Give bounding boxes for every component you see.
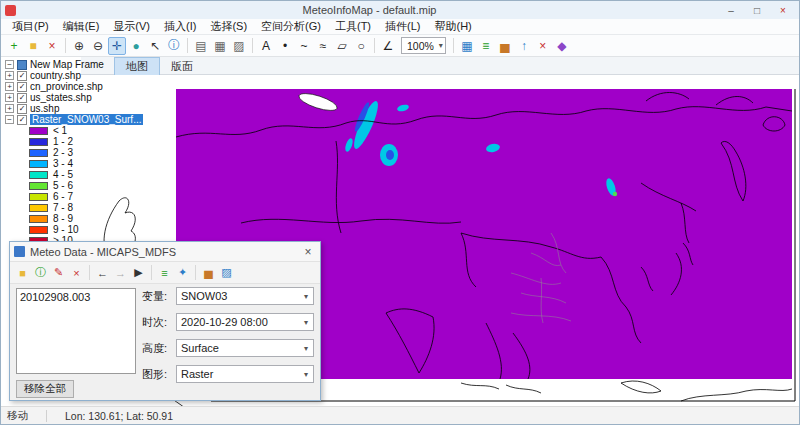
plot-type-select[interactable]: Raster▾ — [176, 365, 314, 383]
chart-button[interactable]: ▅ — [496, 37, 514, 55]
layer-label[interactable]: us_states.shp — [30, 92, 92, 103]
layer-row[interactable]: +✓us.shp — [5, 103, 81, 114]
layer-label[interactable]: Raster_SNOW03_Surf... — [30, 114, 143, 125]
settings-button[interactable]: ✦ — [174, 264, 191, 281]
dialog-file-list[interactable]: 20102908.003 — [16, 288, 136, 374]
legend-item: 8 - 9 — [5, 213, 81, 224]
layer-row[interactable]: +✓cn_province.shp — [5, 81, 81, 92]
field-label: 高度: — [142, 341, 176, 356]
time-select[interactable]: 2020-10-29 08:00▾ — [176, 313, 314, 331]
tree-expander-icon[interactable]: + — [5, 82, 14, 91]
ellipse-tool-button[interactable]: ○ — [352, 37, 370, 55]
minimize-button[interactable]: – — [719, 3, 743, 18]
identify-button[interactable]: ⓘ — [165, 37, 183, 55]
legend-label: 2 - 3 — [53, 147, 73, 158]
layer-row[interactable]: −✓Raster_SNOW03_Surf... — [5, 114, 81, 125]
menu-item[interactable]: 工具(T) — [328, 19, 378, 34]
close-button[interactable]: × — [771, 3, 795, 18]
menu-item[interactable]: 帮助(H) — [427, 19, 478, 34]
legend-item: 2 - 3 — [5, 147, 81, 158]
tab-layout[interactable]: 版面 — [160, 57, 204, 75]
layer-checkbox[interactable]: ✓ — [17, 71, 27, 81]
app-icon — [5, 5, 16, 16]
section-plot-button[interactable]: ▅ — [200, 264, 217, 281]
layer-label[interactable]: country.shp — [30, 70, 81, 81]
layer-checkbox[interactable]: ✓ — [17, 104, 27, 114]
tab-map[interactable]: 地图 — [114, 57, 160, 75]
plugin-button[interactable]: ◆ — [553, 37, 571, 55]
legend-label: 3 - 4 — [53, 158, 73, 169]
export-image-button[interactable]: ▨ — [230, 37, 248, 55]
dialog-close-icon[interactable]: × — [300, 245, 316, 259]
tree-expander-icon[interactable]: + — [5, 93, 14, 102]
attribute-table-button[interactable]: ▦ — [458, 37, 476, 55]
dialog-title: Meteo Data - MICAPS_MDFS — [30, 246, 300, 258]
next-time-button[interactable]: → — [112, 264, 129, 281]
dialog-icon — [14, 246, 25, 257]
delete-button[interactable]: × — [534, 37, 552, 55]
tree-expander-icon[interactable]: − — [5, 60, 14, 69]
map-properties-button[interactable]: ▦ — [211, 37, 229, 55]
level-select[interactable]: Surface▾ — [176, 339, 314, 357]
layer-checkbox[interactable]: ✓ — [17, 115, 27, 125]
tree-expander-icon[interactable]: − — [5, 115, 14, 124]
layer-checkbox[interactable]: ✓ — [17, 93, 27, 103]
open-data-button[interactable]: ■ — [14, 264, 31, 281]
tree-expander-icon[interactable]: + — [5, 104, 14, 113]
clear-button[interactable]: × — [68, 264, 85, 281]
select-button[interactable]: ↖ — [146, 37, 164, 55]
layer-label[interactable]: us.shp — [30, 103, 59, 114]
move-up-button[interactable]: ↑ — [515, 37, 533, 55]
menu-item[interactable]: 插入(I) — [157, 19, 203, 34]
window-controls: –□× — [719, 3, 795, 18]
file-list-item[interactable]: 20102908.003 — [17, 289, 135, 305]
zoom-out-button[interactable]: ⊖ — [89, 37, 107, 55]
variable-select[interactable]: SNOW03▾ — [176, 287, 314, 305]
menu-item[interactable]: 项目(P) — [5, 19, 56, 34]
tab-strip: 地图版面 — [81, 57, 799, 75]
layer-row[interactable]: +✓us_states.shp — [5, 92, 81, 103]
menu-item[interactable]: 显示(V) — [106, 19, 157, 34]
curve-tool-button[interactable]: ≈ — [314, 37, 332, 55]
status-bar: 移动 Lon: 130.61; Lat: 50.91 — [1, 406, 799, 424]
zoom-level-combo[interactable]: 100%▾ — [401, 37, 446, 54]
maximize-button[interactable]: □ — [745, 3, 769, 18]
data-list-button[interactable]: ≡ — [156, 264, 173, 281]
zoom-level-value: 100% — [407, 40, 434, 52]
remove-all-button[interactable]: 移除全部 — [16, 380, 74, 398]
tree-expander-icon[interactable]: + — [5, 71, 14, 80]
layer-label[interactable]: cn_province.shp — [30, 81, 103, 92]
new-layout-button[interactable]: ▤ — [192, 37, 210, 55]
image-button[interactable]: ▨ — [218, 264, 235, 281]
menu-item[interactable]: 插件(L) — [378, 19, 427, 34]
field-row-variable: 变量:SNOW03▾ — [142, 286, 314, 306]
dropdown-arrow-icon: ▾ — [299, 318, 313, 327]
polygon-tool-button[interactable]: ▱ — [333, 37, 351, 55]
tree-root-row[interactable]: −New Map Frame — [5, 59, 81, 70]
text-tool-button[interactable]: A — [257, 37, 275, 55]
layers-button[interactable]: ≡ — [477, 37, 495, 55]
menu-item[interactable]: 选择(S) — [203, 19, 254, 34]
draw-button[interactable]: ✎ — [50, 264, 67, 281]
full-extent-button[interactable]: ● — [127, 37, 145, 55]
open-file-button[interactable]: ■ — [24, 37, 42, 55]
field-label: 时次: — [142, 315, 176, 330]
animate-button[interactable]: ▶ — [130, 264, 147, 281]
dialog-title-bar[interactable]: Meteo Data - MICAPS_MDFS × — [10, 242, 320, 262]
menu-item[interactable]: 空间分析(G) — [254, 19, 328, 34]
legend-label: < 1 — [53, 125, 67, 136]
legend-label: 8 - 9 — [53, 213, 73, 224]
data-info-button[interactable]: ⓘ — [32, 264, 49, 281]
polyline-tool-button[interactable]: ~ — [295, 37, 313, 55]
zoom-in-button[interactable]: ⊕ — [70, 37, 88, 55]
remove-layer-button[interactable]: × — [43, 37, 61, 55]
previous-time-button[interactable]: ← — [94, 264, 111, 281]
layer-checkbox[interactable]: ✓ — [17, 82, 27, 92]
measure-tool-button[interactable]: ∠ — [379, 37, 397, 55]
menu-item[interactable]: 编辑(E) — [56, 19, 107, 34]
layers-tree: −New Map Frame+✓country.shp+✓cn_province… — [5, 59, 81, 246]
add-frame-button[interactable]: + — [5, 37, 23, 55]
pan-button[interactable]: ✛ — [108, 37, 126, 55]
point-tool-button[interactable]: • — [276, 37, 294, 55]
layer-row[interactable]: +✓country.shp — [5, 70, 81, 81]
